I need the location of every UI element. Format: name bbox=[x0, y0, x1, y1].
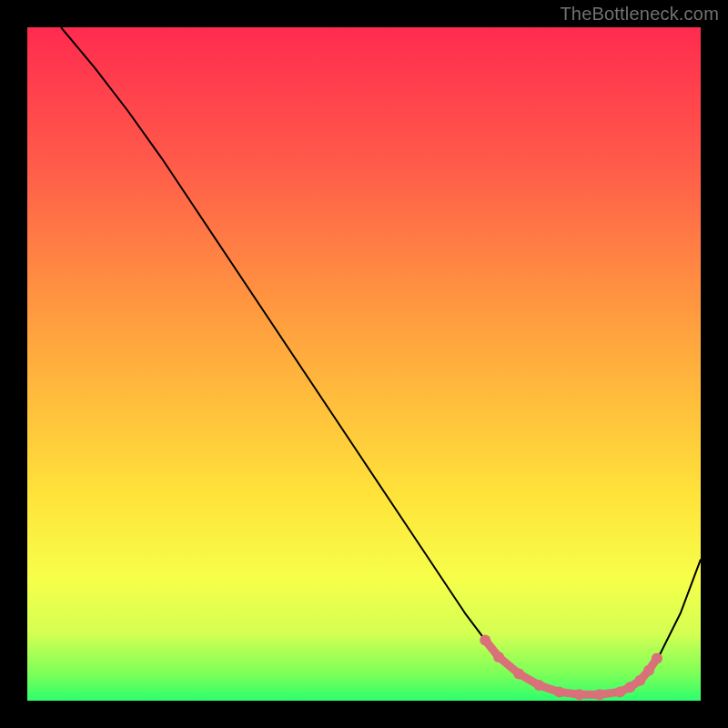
optimal-range-dot bbox=[594, 689, 605, 700]
optimal-range-dot bbox=[652, 652, 662, 663]
chart-svg bbox=[27, 27, 701, 701]
optimal-range-dot bbox=[614, 686, 625, 697]
plot-area bbox=[27, 27, 701, 701]
gradient-background bbox=[27, 27, 701, 701]
optimal-range-dot bbox=[643, 665, 654, 676]
optimal-range-dot bbox=[624, 682, 635, 693]
chart-stage: TheBottleneck.com bbox=[0, 0, 728, 728]
optimal-range-dot bbox=[480, 634, 490, 645]
optimal-range-dot bbox=[533, 680, 544, 691]
optimal-range-dot bbox=[554, 686, 565, 697]
watermark-text: TheBottleneck.com bbox=[560, 4, 719, 25]
optimal-range-dot bbox=[634, 675, 645, 686]
optimal-range-dot bbox=[493, 652, 504, 662]
optimal-range-dot bbox=[574, 689, 585, 700]
optimal-range-dot bbox=[513, 668, 524, 679]
